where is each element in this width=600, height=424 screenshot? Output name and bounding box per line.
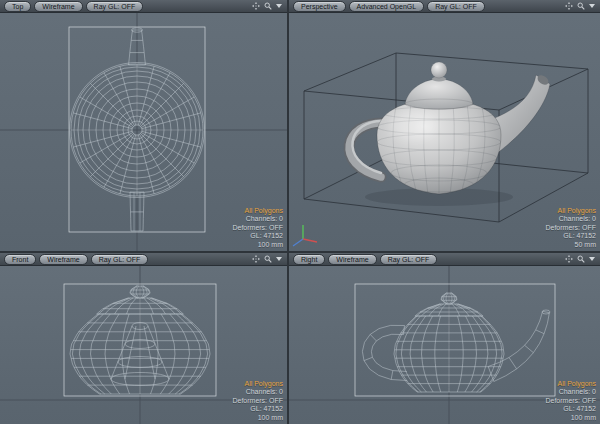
zoom-icon[interactable]: [577, 2, 585, 10]
viewport-menu-icon[interactable]: [276, 4, 282, 8]
top-view-wireframe: [0, 13, 287, 251]
shading-mode-button[interactable]: Wireframe: [328, 254, 376, 265]
raygl-button[interactable]: Ray GL: OFF: [86, 1, 144, 12]
view-type-button[interactable]: Right: [293, 254, 325, 265]
viewport-header: Top Wireframe Ray GL: OFF: [0, 0, 287, 13]
viewport-menu-icon[interactable]: [589, 257, 595, 261]
raygl-button[interactable]: Ray GL: OFF: [91, 254, 149, 265]
viewport-menu-icon[interactable]: [589, 4, 595, 8]
shading-mode-button[interactable]: Advanced OpenGL: [349, 1, 425, 12]
zoom-icon[interactable]: [577, 255, 585, 263]
raygl-button[interactable]: Ray GL: OFF: [427, 1, 485, 12]
right-viewport-canvas[interactable]: All Polygons Channels: 0 Deformers: OFF …: [289, 266, 600, 424]
viewport-front: Front Wireframe Ray GL: OFF All Polygons…: [0, 253, 287, 424]
shading-mode-button[interactable]: Wireframe: [34, 1, 82, 12]
zoom-icon[interactable]: [264, 255, 272, 263]
front-view-wireframe: [0, 266, 287, 424]
viewport-header-icons: [565, 255, 596, 263]
viewport-header-icons: [252, 255, 283, 263]
view-type-button[interactable]: Front: [4, 254, 36, 265]
zoom-icon[interactable]: [264, 2, 272, 10]
pan-icon[interactable]: [565, 2, 573, 10]
pan-icon[interactable]: [252, 255, 260, 263]
viewport-header: Perspective Advanced OpenGL Ray GL: OFF: [289, 0, 600, 13]
perspective-shaded-view: [289, 13, 600, 251]
quad-viewport-layout: Top Wireframe Ray GL: OFF All Polygons C…: [0, 0, 600, 424]
viewport-top: Top Wireframe Ray GL: OFF All Polygons C…: [0, 0, 287, 251]
axis-gizmo: [293, 225, 317, 246]
perspective-viewport-canvas[interactable]: All Polygons Channels: 0 Deformers: OFF …: [289, 13, 600, 251]
viewport-header-icons: [252, 2, 283, 10]
viewport-header-icons: [565, 2, 596, 10]
front-viewport-canvas[interactable]: All Polygons Channels: 0 Deformers: OFF …: [0, 266, 287, 424]
viewport-menu-icon[interactable]: [276, 257, 282, 261]
viewport-header: Front Wireframe Ray GL: OFF: [0, 253, 287, 266]
view-type-button[interactable]: Perspective: [293, 1, 346, 12]
raygl-button[interactable]: Ray GL: OFF: [380, 254, 438, 265]
pan-icon[interactable]: [565, 255, 573, 263]
shading-mode-button[interactable]: Wireframe: [39, 254, 87, 265]
viewport-right: Right Wireframe Ray GL: OFF All Polygons…: [289, 253, 600, 424]
top-viewport-canvas[interactable]: All Polygons Channels: 0 Deformers: OFF …: [0, 13, 287, 251]
pan-icon[interactable]: [252, 2, 260, 10]
viewport-perspective: Perspective Advanced OpenGL Ray GL: OFF: [289, 0, 600, 251]
view-type-button[interactable]: Top: [4, 1, 31, 12]
viewport-header: Right Wireframe Ray GL: OFF: [289, 253, 600, 266]
right-view-wireframe: [289, 266, 600, 424]
